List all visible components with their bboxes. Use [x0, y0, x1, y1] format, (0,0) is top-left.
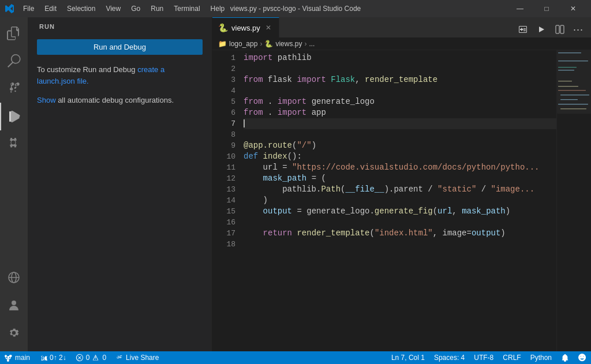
minimap: [556, 50, 591, 351]
remote-icon-button[interactable]: [515, 21, 531, 37]
explorer-icon[interactable]: [0, 20, 28, 47]
tab-label: views.py: [231, 24, 260, 32]
language-mode[interactable]: Python: [526, 351, 556, 364]
source-control-icon[interactable]: [0, 75, 28, 103]
menu-run[interactable]: Run: [146, 3, 168, 14]
show-configurations-link[interactable]: Show: [37, 96, 56, 104]
live-share-label: Live Share: [126, 354, 159, 362]
extensions-icon[interactable]: [0, 130, 28, 158]
svg-rect-0: [9, 111, 11, 122]
account-icon[interactable]: [0, 291, 28, 319]
window-controls: — □ ✕: [507, 0, 586, 17]
line-num-10: 10: [212, 151, 235, 162]
remote-explorer-activity-icon[interactable]: [0, 264, 28, 291]
status-bar-left: main 0↑ 2↓ 0 0 Live Share: [0, 351, 163, 364]
vscode-logo-icon: [5, 4, 14, 13]
title-bar-left: File Edit Selection View Go Run Terminal…: [5, 3, 229, 14]
python-file-icon: 🐍: [218, 23, 228, 32]
svg-rect-6: [560, 25, 564, 33]
menu-bar: File Edit Selection View Go Run Terminal…: [18, 3, 229, 14]
errors-status[interactable]: 0 0: [71, 351, 111, 364]
line-numbers: 1 2 3 4 5 6 7 8 9 10 11 12 13 14 15 16 1…: [212, 50, 241, 351]
remote-icon-status[interactable]: [574, 351, 591, 364]
menu-terminal[interactable]: Terminal: [169, 3, 204, 14]
line-num-13: 13: [212, 184, 235, 195]
code-line-11: url = "https://code.visualstudio.com/doc…: [244, 162, 556, 173]
sidebar-info-text: To customize Run and Debug create a laun…: [28, 59, 212, 91]
line-num-2: 2: [212, 63, 235, 74]
code-line-14: ): [244, 195, 556, 206]
line-ending-text: CRLF: [503, 354, 521, 362]
sync-count: 0↑ 2↓: [50, 354, 66, 362]
more-actions-button[interactable]: ···: [570, 21, 586, 37]
run-and-debug-button[interactable]: Run and Debug: [37, 39, 203, 55]
svg-rect-5: [556, 25, 559, 33]
line-num-15: 15: [212, 206, 235, 217]
search-icon[interactable]: [0, 47, 28, 75]
editor-area: 🐍 views.py ✕ ···: [212, 17, 591, 351]
line-num-8: 8: [212, 129, 235, 140]
menu-view[interactable]: View: [101, 3, 125, 14]
line-num-17: 17: [212, 228, 235, 239]
code-line-15: output = generate_logo.generate_fig(url,…: [244, 206, 556, 217]
tab-close-button[interactable]: ✕: [264, 23, 273, 32]
code-editor[interactable]: 1 2 3 4 5 6 7 8 9 10 11 12 13 14 15 16 1…: [212, 50, 591, 351]
errors-count: 0: [86, 354, 90, 362]
minimize-button[interactable]: —: [507, 0, 533, 17]
line-ending[interactable]: CRLF: [498, 351, 525, 364]
line-num-14: 14: [212, 195, 235, 206]
line-num-4: 4: [212, 85, 235, 96]
notifications[interactable]: [556, 351, 574, 364]
code-line-4: [244, 85, 556, 96]
tab-bar: 🐍 views.py ✕ ···: [212, 17, 591, 37]
code-line-5: from . import generate_logo: [244, 96, 556, 107]
line-num-11: 11: [212, 162, 235, 173]
code-line-17: return render_template("index.html", ima…: [244, 228, 556, 239]
menu-help[interactable]: Help: [206, 3, 230, 14]
position-text: Ln 7, Col 1: [391, 354, 425, 362]
svg-rect-18: [557, 50, 591, 114]
code-line-12: mask_path = (: [244, 173, 556, 184]
code-line-16: [244, 217, 556, 228]
menu-edit[interactable]: Edit: [40, 3, 61, 14]
line-num-7: 7: [212, 118, 235, 129]
cursor-position[interactable]: Ln 7, Col 1: [387, 351, 429, 364]
code-line-2: [244, 63, 556, 74]
settings-icon[interactable]: [0, 319, 28, 347]
sidebar-show-text: Show all automatic debug configurations.: [28, 91, 212, 109]
maximize-button[interactable]: □: [533, 0, 560, 17]
breadcrumb-sep-2: ›: [304, 40, 306, 48]
code-line-1: import pathlib: [244, 52, 556, 63]
line-num-18: 18: [212, 239, 235, 250]
menu-file[interactable]: File: [18, 3, 39, 14]
encoding-text: UTF-8: [474, 354, 493, 362]
breadcrumb-ellipsis[interactable]: ...: [309, 40, 315, 48]
breadcrumb-views-py[interactable]: 🐍 views.py: [264, 40, 302, 48]
code-line-10: def index():: [244, 151, 556, 162]
main-layout: RUN Run and Debug To customize Run and D…: [0, 17, 591, 351]
code-line-8: [244, 129, 556, 140]
run-code-button[interactable]: [533, 21, 549, 37]
line-num-6: 6: [212, 107, 235, 118]
language-text: Python: [530, 354, 552, 362]
branch-status[interactable]: main: [0, 351, 35, 364]
menu-go[interactable]: Go: [126, 3, 145, 14]
code-line-7: [244, 118, 556, 129]
live-share-status[interactable]: Live Share: [111, 351, 163, 364]
indentation[interactable]: Spaces: 4: [429, 351, 469, 364]
tab-views-py[interactable]: 🐍 views.py ✕: [212, 17, 279, 37]
sidebar: RUN Run and Debug To customize Run and D…: [28, 17, 212, 351]
split-editor-button[interactable]: [552, 21, 568, 37]
code-line-18: [244, 239, 556, 250]
code-line-6: from . import app: [244, 107, 556, 118]
close-button[interactable]: ✕: [560, 0, 586, 17]
menu-selection[interactable]: Selection: [62, 3, 100, 14]
run-debug-icon[interactable]: [0, 103, 28, 130]
line-num-5: 5: [212, 96, 235, 107]
sync-status[interactable]: 0↑ 2↓: [35, 351, 71, 364]
code-content[interactable]: import pathlib from flask import Flask, …: [241, 50, 556, 351]
breadcrumb-logo-app[interactable]: 📁 logo_app: [218, 40, 257, 48]
activity-bar: [0, 17, 28, 351]
line-num-9: 9: [212, 140, 235, 151]
encoding[interactable]: UTF-8: [469, 351, 498, 364]
